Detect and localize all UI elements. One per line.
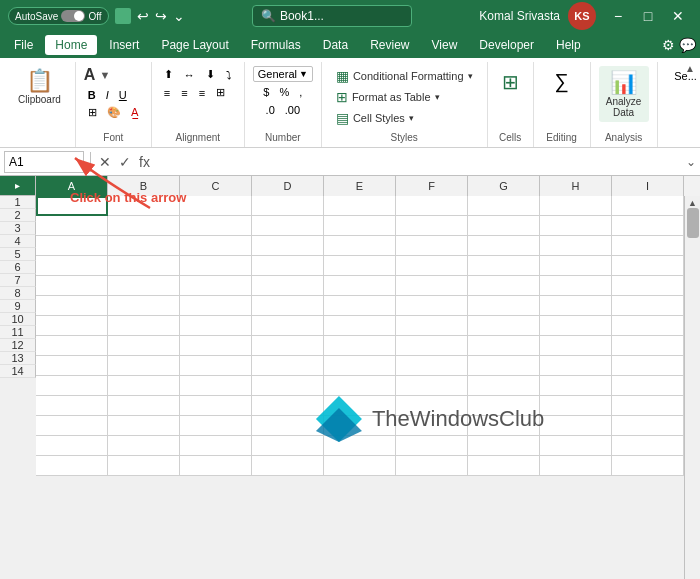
cancel-formula-button[interactable]: ✕	[97, 154, 113, 170]
border-button[interactable]: ⊞	[84, 104, 101, 121]
align-right-button[interactable]: ≡	[195, 84, 209, 101]
close-button[interactable]: ✕	[664, 4, 692, 28]
menu-developer[interactable]: Developer	[469, 35, 544, 55]
menu-home[interactable]: Home	[45, 35, 97, 55]
row-num-5[interactable]: 5	[0, 248, 36, 261]
cell-E1[interactable]	[324, 196, 396, 216]
align-center-button[interactable]: ≡	[177, 84, 191, 101]
cell-A1[interactable]	[36, 196, 108, 216]
col-header-A[interactable]: A	[36, 176, 108, 196]
clipboard-button[interactable]: 📋 Clipboard	[12, 66, 67, 109]
bold-button[interactable]: B	[84, 87, 100, 103]
formula-expand-button[interactable]: ⌄	[686, 155, 696, 169]
align-middle-button[interactable]: ↔	[180, 66, 199, 83]
row-num-13[interactable]: 13	[0, 352, 36, 365]
col-header-C[interactable]: C	[180, 176, 252, 196]
underline-button[interactable]: U	[115, 87, 131, 103]
col-header-I[interactable]: I	[612, 176, 684, 196]
font-color-button[interactable]: A̲	[127, 104, 143, 121]
row-num-14[interactable]: 14	[0, 365, 36, 378]
table-row	[36, 296, 684, 316]
fill-color-button[interactable]: 🎨	[103, 104, 125, 121]
row-num-1[interactable]: 1	[0, 196, 36, 209]
menu-view[interactable]: View	[422, 35, 468, 55]
menu-review[interactable]: Review	[360, 35, 419, 55]
col-header-H[interactable]: H	[540, 176, 612, 196]
cell-H1[interactable]	[540, 196, 612, 216]
select-all-icon[interactable]: ▸	[15, 180, 20, 191]
cell-reference-box[interactable]	[4, 151, 84, 173]
col-header-E[interactable]: E	[324, 176, 396, 196]
row-num-8[interactable]: 8	[0, 287, 36, 300]
redo-button[interactable]: ↪	[155, 8, 167, 24]
editing-button[interactable]: ∑	[542, 66, 582, 97]
wrap-text-button[interactable]: ⤵	[222, 66, 236, 83]
ribbon-collapse-button[interactable]: ▲	[682, 60, 698, 76]
col-header-J[interactable]: J	[684, 176, 700, 196]
col-header-G[interactable]: G	[468, 176, 540, 196]
row-num-4[interactable]: 4	[0, 235, 36, 248]
col-header-D[interactable]: D	[252, 176, 324, 196]
format-as-table-button[interactable]: ⊞ Format as Table ▾	[330, 87, 446, 107]
ribbon-settings-icon[interactable]: ⚙	[662, 37, 675, 53]
align-bottom-button[interactable]: ⬇	[202, 66, 219, 83]
align-left-button[interactable]: ≡	[160, 84, 174, 101]
row-num-11[interactable]: 11	[0, 326, 36, 339]
function-button[interactable]: fx	[137, 154, 152, 170]
scroll-up-button[interactable]: ▲	[688, 198, 697, 208]
cell-C1[interactable]	[180, 196, 252, 216]
comma-button[interactable]: ,	[295, 84, 306, 100]
menu-data[interactable]: Data	[313, 35, 358, 55]
cell-F1[interactable]	[396, 196, 468, 216]
autosave-switch[interactable]	[61, 10, 85, 22]
cell-styles-dropdown[interactable]: ▾	[409, 113, 414, 123]
conditional-formatting-button[interactable]: ▦ Conditional Formatting ▾	[330, 66, 479, 86]
cell-I1[interactable]	[612, 196, 684, 216]
cells-button[interactable]: ⊞	[496, 66, 525, 98]
maximize-button[interactable]: □	[634, 4, 662, 28]
increase-decimal-button[interactable]: .00	[281, 102, 304, 118]
align-top-button[interactable]: ⬆	[160, 66, 177, 83]
menu-file[interactable]: File	[4, 35, 43, 55]
italic-button[interactable]: I	[102, 87, 113, 103]
cell-styles-button[interactable]: ▤ Cell Styles ▾	[330, 108, 420, 128]
format-table-dropdown[interactable]: ▾	[435, 92, 440, 102]
conditional-formatting-dropdown[interactable]: ▾	[468, 71, 473, 81]
menu-insert[interactable]: Insert	[99, 35, 149, 55]
search-bar[interactable]: 🔍 Book1...	[252, 5, 412, 27]
formula-input[interactable]	[156, 153, 682, 171]
share-icon[interactable]: 💬	[679, 37, 696, 53]
percent-button[interactable]: %	[275, 84, 293, 100]
cell-G1[interactable]	[468, 196, 540, 216]
number-format-dropdown[interactable]: ▼	[299, 69, 308, 79]
col-header-F[interactable]: F	[396, 176, 468, 196]
undo-button[interactable]: ↩	[137, 8, 149, 24]
vertical-scrollbar[interactable]: ▲ ▼	[684, 196, 700, 579]
row-num-10[interactable]: 10	[0, 313, 36, 326]
minimize-button[interactable]: −	[604, 4, 632, 28]
menu-page-layout[interactable]: Page Layout	[151, 35, 238, 55]
menu-formulas[interactable]: Formulas	[241, 35, 311, 55]
menu-help[interactable]: Help	[546, 35, 591, 55]
row-num-2[interactable]: 2	[0, 209, 36, 222]
autosave-toggle[interactable]: AutoSave Off	[8, 7, 109, 25]
row-num-3[interactable]: 3	[0, 222, 36, 235]
cell-D1[interactable]	[252, 196, 324, 216]
currency-button[interactable]: $	[259, 84, 273, 100]
row-num-7[interactable]: 7	[0, 274, 36, 287]
analyze-data-button[interactable]: 📊 AnalyzeData	[599, 66, 649, 122]
merge-button[interactable]: ⊞	[212, 84, 229, 101]
user-avatar[interactable]: KS	[568, 2, 596, 30]
cell-B1[interactable]	[108, 196, 180, 216]
row-num-6[interactable]: 6	[0, 261, 36, 274]
confirm-formula-button[interactable]: ✓	[117, 154, 133, 170]
autosave-state: Off	[88, 11, 101, 22]
more-commands-button[interactable]: ⌄	[173, 8, 185, 24]
select-all-button[interactable]: ▸	[0, 176, 36, 196]
format-table-icon: ⊞	[336, 89, 348, 105]
col-header-B[interactable]: B	[108, 176, 180, 196]
row-num-12[interactable]: 12	[0, 339, 36, 352]
cell-A2[interactable]	[36, 216, 108, 236]
row-num-9[interactable]: 9	[0, 300, 36, 313]
decrease-decimal-button[interactable]: .0	[262, 102, 279, 118]
